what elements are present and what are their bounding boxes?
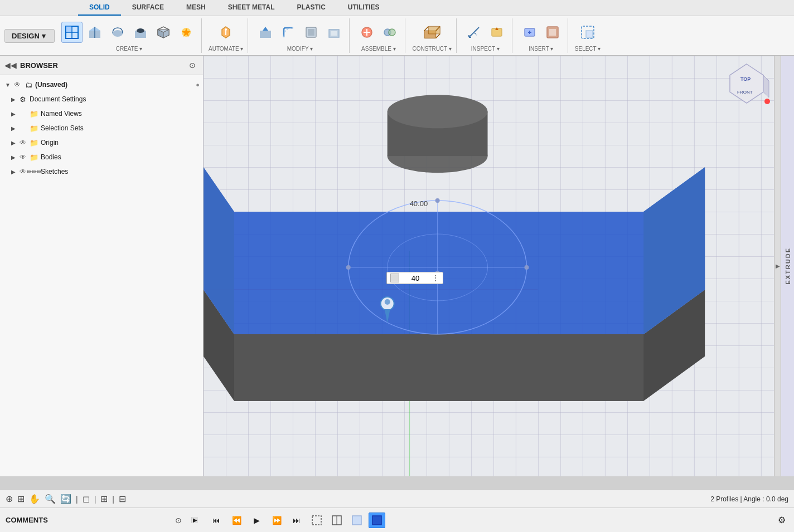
extrude-panel: EXTRUDE xyxy=(781,56,794,476)
fillet-button[interactable] xyxy=(278,22,299,43)
tab-mesh[interactable]: MESH xyxy=(175,0,217,16)
first-frame-button[interactable]: ⏮ xyxy=(208,513,225,528)
prev-frame-button[interactable]: ⏪ xyxy=(228,513,245,528)
select-icons xyxy=(577,18,598,46)
tree-arrow-sketches[interactable]: ▶ xyxy=(9,167,18,176)
extrude-value-input[interactable] xyxy=(401,274,429,282)
construct-label: CONSTRUCT ▾ xyxy=(412,46,451,53)
svg-rect-18 xyxy=(260,31,271,38)
insert-mcad-button[interactable] xyxy=(519,22,540,43)
svg-marker-51 xyxy=(234,334,643,401)
svg-rect-3 xyxy=(66,26,71,32)
measure-button[interactable] xyxy=(463,22,485,43)
eye-unsaved[interactable]: 👁 xyxy=(12,80,22,90)
comments-label: COMMENTS xyxy=(6,516,168,524)
tree-item-selection-sets[interactable]: ▶ 📁 Selection Sets xyxy=(0,121,203,135)
tree-arrow-named-views[interactable]: ▶ xyxy=(9,109,18,118)
fit-view-icon[interactable]: ⊞ xyxy=(17,494,25,504)
browser-collapse-icon[interactable]: ◀◀ xyxy=(4,61,17,70)
revolve-button[interactable] xyxy=(107,22,128,43)
offset-plane-button[interactable] xyxy=(422,22,443,43)
settings-gear-button[interactable]: ⚙ xyxy=(774,513,790,528)
display-mode-icon[interactable]: ◻ xyxy=(83,494,90,504)
joint-button[interactable] xyxy=(379,22,400,43)
eye-bodies[interactable]: 👁 xyxy=(18,152,28,162)
tree-arrow-selection-sets[interactable]: ▶ xyxy=(9,124,18,133)
extrude-button[interactable] xyxy=(84,22,105,43)
tree-arrow-origin[interactable]: ▶ xyxy=(9,138,18,147)
comments-collapse-handle[interactable]: ▶ xyxy=(191,517,198,523)
tab-sheet-metal[interactable]: SHEET METAL xyxy=(217,0,286,16)
svg-point-28 xyxy=(389,29,395,36)
inspect-icons xyxy=(463,18,507,46)
box-button[interactable] xyxy=(153,22,174,43)
browser-settings-btn[interactable]: ⊙ xyxy=(186,59,198,71)
create-more-button[interactable] xyxy=(176,22,197,43)
window-select-button[interactable] xyxy=(328,513,345,528)
tab-utilities[interactable]: UTILITIES xyxy=(337,0,391,16)
tree-item-named-views[interactable]: ▶ 📁 Named Views xyxy=(0,106,203,121)
svg-text:TOP: TOP xyxy=(740,76,751,82)
inspect-more-button[interactable] xyxy=(486,22,507,43)
insert-canvas-button[interactable] xyxy=(542,22,563,43)
tree-arrow-unsaved[interactable]: ▼ xyxy=(3,80,12,89)
folder-icon-bodies: 📁 xyxy=(29,152,39,162)
navigate-icon[interactable]: ⊕ xyxy=(6,494,13,504)
next-frame-button[interactable]: ⏩ xyxy=(268,513,285,528)
pan-icon[interactable]: ✋ xyxy=(29,494,40,504)
folder-icon-unsaved: 🗂 xyxy=(23,80,33,90)
tree-item-bodies[interactable]: ▶ 👁 📁 Bodies xyxy=(0,150,203,164)
tool-strip: DESIGN ▾ xyxy=(0,16,794,55)
extrude-label: EXTRUDE xyxy=(785,247,791,285)
new-sketch-button[interactable] xyxy=(61,22,83,43)
tree-arrow-bodies[interactable]: ▶ xyxy=(9,153,18,162)
modify-icons xyxy=(255,18,345,46)
design-button[interactable]: DESIGN ▾ xyxy=(4,29,55,43)
modify-label: MODIFY ▾ xyxy=(287,46,313,53)
input-more-button[interactable]: ⋮ xyxy=(429,274,439,282)
tree-item-origin[interactable]: ▶ 👁 📁 Origin xyxy=(0,135,203,150)
select-button[interactable] xyxy=(577,22,598,43)
viewport-collapse-handle[interactable]: ▶ xyxy=(774,56,781,476)
play-button[interactable]: ▶ xyxy=(248,513,265,528)
paint-select-button[interactable] xyxy=(369,513,385,528)
tree-label-unsaved: (Unsaved) xyxy=(35,81,193,89)
eye-origin[interactable]: 👁 xyxy=(18,138,28,148)
tree-label-named-views: Named Views xyxy=(41,110,200,118)
press-pull-button[interactable] xyxy=(255,22,276,43)
folder-icon-origin: 📁 xyxy=(29,138,39,148)
tree-item-doc-settings[interactable]: ▶ ⚙ Document Settings xyxy=(0,92,203,106)
svg-point-7 xyxy=(113,30,123,37)
shell-button[interactable] xyxy=(323,22,345,43)
box-select-button[interactable] xyxy=(308,513,325,528)
last-frame-button[interactable]: ⏭ xyxy=(288,513,305,528)
tree-label-sketches: Sketches xyxy=(41,168,200,175)
tab-plastic[interactable]: PLASTIC xyxy=(285,0,336,16)
circle-dot-icon: ● xyxy=(196,81,200,88)
profile-info: 2 Profiles | Angle : 0.0 deg xyxy=(710,495,788,503)
extrude-input-box[interactable]: ⋮ xyxy=(386,272,443,284)
grid-icon[interactable]: ⊞ xyxy=(100,494,108,504)
hole-button[interactable] xyxy=(130,22,151,43)
free-select-button[interactable] xyxy=(348,513,365,528)
zoom-icon[interactable]: 🔍 xyxy=(45,494,56,504)
nav-cube[interactable]: TOP FRONT xyxy=(722,61,772,111)
select-label: SELECT ▾ xyxy=(575,46,601,53)
tree-item-sketches[interactable]: ▶ 👁 ✏✏✏ Sketches xyxy=(0,164,203,179)
tree-label-selection-sets: Selection Sets xyxy=(41,124,200,132)
chamfer-button[interactable] xyxy=(301,22,322,43)
automate-button[interactable] xyxy=(215,22,236,43)
separator2: | xyxy=(94,495,96,504)
tree-item-unsaved[interactable]: ▼ 👁 🗂 (Unsaved) ● xyxy=(0,77,203,92)
design-label: DESIGN xyxy=(12,32,40,40)
orbit-icon[interactable]: 🔄 xyxy=(60,494,71,504)
svg-rect-44 xyxy=(549,29,556,36)
tab-surface[interactable]: SURFACE xyxy=(121,0,175,16)
comments-settings-btn[interactable]: ⊙ xyxy=(172,514,185,526)
new-component-button[interactable] xyxy=(356,22,377,43)
tree-arrow-doc-settings[interactable]: ▶ xyxy=(9,95,18,104)
svg-marker-70 xyxy=(730,64,763,103)
view-cube-icon[interactable]: ⊟ xyxy=(119,494,126,504)
insert-icons xyxy=(519,18,563,46)
tab-solid[interactable]: SOLID xyxy=(78,0,121,16)
